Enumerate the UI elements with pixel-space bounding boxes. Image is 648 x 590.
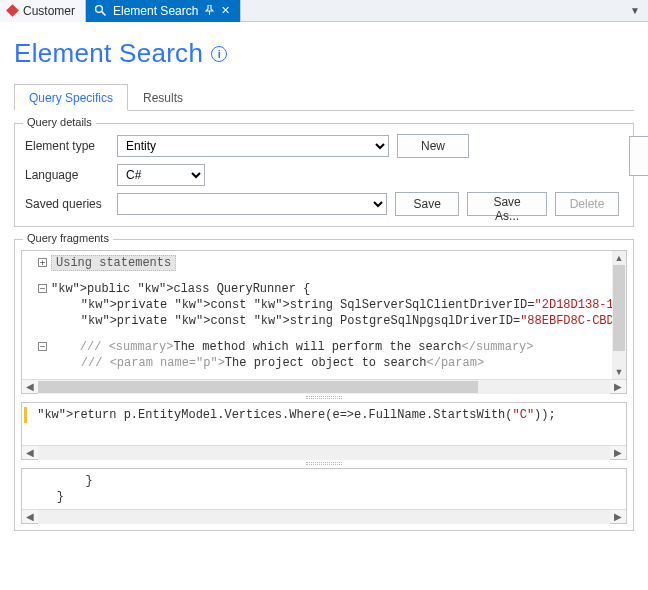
new-button[interactable]: New (397, 134, 469, 158)
document-tabbar: Customer Element Search ✕ ▼ (0, 0, 648, 22)
scroll-left-arrow[interactable]: ◀ (22, 380, 38, 394)
query-fragments-fieldset: Query fragments +Using statements−"kw">p… (14, 239, 634, 531)
language-label: Language (25, 168, 109, 182)
code-pane-bottom[interactable]: } } ◀ ▶ (21, 468, 627, 524)
save-button[interactable]: Save (395, 192, 459, 216)
page-title: Element Search (14, 38, 203, 69)
fieldset-legend: Query details (23, 116, 96, 128)
scroll-right-arrow[interactable]: ▶ (610, 380, 626, 394)
fold-toggle[interactable]: − (38, 342, 47, 351)
svg-line-1 (102, 12, 106, 16)
pin-icon[interactable] (204, 5, 215, 16)
horizontal-scrollbar[interactable]: ◀ ▶ (22, 379, 626, 393)
tab-label: Element Search (113, 4, 198, 18)
code-pane-middle[interactable]: "kw">return p.EntityModel.Vertices.Where… (21, 402, 627, 460)
scroll-down-arrow[interactable]: ▼ (612, 365, 626, 379)
subtab-results[interactable]: Results (128, 84, 198, 111)
scroll-left-arrow[interactable]: ◀ (22, 510, 38, 524)
fold-toggle[interactable]: − (38, 284, 47, 293)
tab-element-search[interactable]: Element Search ✕ (86, 0, 241, 22)
svg-point-0 (96, 6, 103, 13)
query-details-fieldset: Query details Element type Entity New La… (14, 123, 634, 227)
saved-queries-select[interactable] (117, 193, 388, 215)
tabbar-menu-dropdown[interactable]: ▼ (622, 5, 648, 16)
scroll-left-arrow[interactable]: ◀ (22, 446, 38, 460)
save-as-button[interactable]: Save As... (467, 192, 547, 216)
search-icon (94, 4, 107, 17)
split-gripper[interactable] (21, 460, 627, 466)
run-query-button[interactable]: Run query (629, 136, 648, 176)
delete-button[interactable]: Delete (555, 192, 619, 216)
scroll-thumb[interactable] (613, 265, 625, 351)
code-pane-top[interactable]: +Using statements−"kw">public "kw">class… (21, 250, 627, 394)
region-toggle[interactable]: + (38, 258, 47, 267)
horizontal-scrollbar[interactable]: ◀ ▶ (22, 445, 626, 459)
scroll-up-arrow[interactable]: ▲ (612, 251, 626, 265)
scroll-right-arrow[interactable]: ▶ (610, 446, 626, 460)
split-gripper[interactable] (21, 394, 627, 400)
vertical-scrollbar[interactable]: ▲ ▼ (612, 251, 626, 379)
content-area: Element Search i Query Specifics Results… (0, 22, 648, 545)
fieldset-legend: Query fragments (23, 232, 113, 244)
scroll-right-arrow[interactable]: ▶ (610, 510, 626, 524)
region-header[interactable]: Using statements (51, 255, 176, 271)
subtab-bar: Query Specifics Results (14, 83, 634, 111)
language-select[interactable]: C# (117, 164, 205, 186)
element-type-select[interactable]: Entity (117, 135, 389, 157)
horizontal-scrollbar[interactable]: ◀ ▶ (22, 509, 626, 523)
subtab-query-specifics[interactable]: Query Specifics (14, 84, 128, 111)
saved-queries-label: Saved queries (25, 197, 109, 211)
diamond-icon (6, 4, 19, 17)
tab-label: Customer (23, 4, 75, 18)
change-marker (24, 407, 27, 423)
tab-customer[interactable]: Customer (0, 0, 86, 22)
scroll-thumb[interactable] (38, 381, 478, 393)
element-type-label: Element type (25, 139, 109, 153)
close-icon[interactable]: ✕ (221, 5, 230, 16)
info-icon[interactable]: i (211, 46, 227, 62)
